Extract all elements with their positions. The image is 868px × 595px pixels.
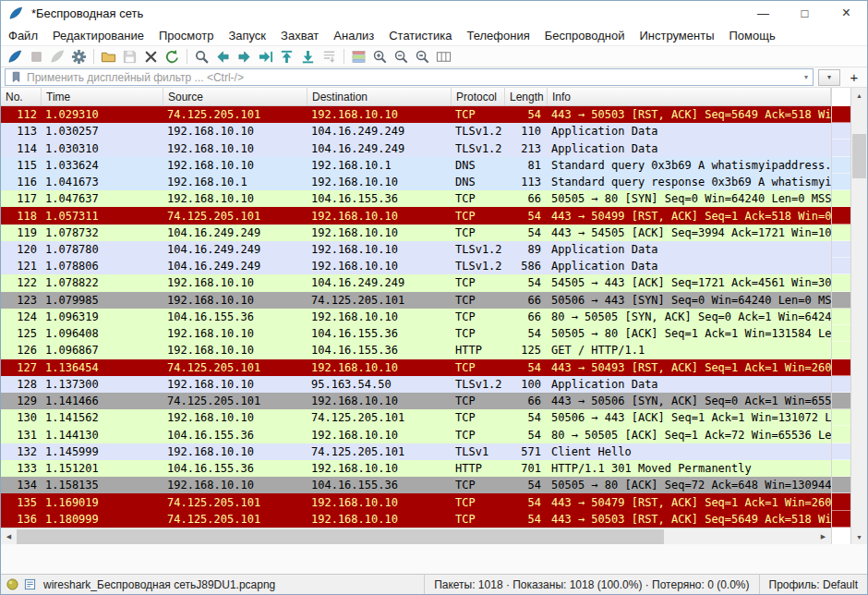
menu-item-2[interactable]: Редактирование — [45, 29, 151, 42]
cell-time: 1.136454 — [42, 359, 163, 376]
find-packet-icon[interactable] — [191, 47, 212, 67]
packet-row[interactable]: 1361.18099974.125.205.101192.168.10.10TC… — [1, 511, 831, 528]
column-header-time[interactable]: Time — [42, 88, 163, 105]
go-to-packet-icon[interactable] — [255, 47, 276, 67]
menu-item-11[interactable]: Помощь — [722, 29, 783, 42]
scroll-down-arrow-icon[interactable]: ▼ — [851, 529, 867, 544]
horizontal-scroll-thumb[interactable] — [17, 529, 664, 544]
minimize-button[interactable]: — — [742, 1, 784, 25]
open-file-icon[interactable] — [98, 47, 119, 67]
packet-row[interactable]: 1321.145999192.168.10.1074.125.205.101TL… — [1, 443, 831, 460]
cell-time: 1.029310 — [42, 106, 163, 123]
packet-row[interactable]: 1211.078806104.16.249.249192.168.10.10TL… — [1, 258, 831, 274]
menu-item-3[interactable]: Просмотр — [151, 29, 221, 42]
cell-source: 192.168.10.10 — [163, 443, 307, 460]
menu-item-8[interactable]: Телефония — [459, 29, 536, 42]
close-file-icon[interactable] — [140, 47, 162, 67]
menu-item-6[interactable]: Анализ — [326, 29, 381, 42]
display-filter-field[interactable]: ▾ — [5, 68, 814, 86]
cell-info: Application Data — [548, 123, 831, 140]
cell-destination: 192.168.10.10 — [307, 426, 452, 443]
packet-row[interactable]: 1301.141562192.168.10.1074.125.205.101TC… — [1, 409, 831, 426]
cell-time: 1.141562 — [42, 409, 163, 426]
horizontal-scrollbar[interactable]: ◀ ▶ — [1, 528, 831, 544]
packet-row[interactable]: 1141.030310192.168.10.10104.16.249.249TL… — [1, 140, 831, 156]
menu-item-4[interactable]: Запуск — [221, 29, 273, 42]
column-header-protocol[interactable]: Protocol — [452, 88, 505, 105]
column-header-no[interactable]: No. — [1, 88, 42, 105]
packet-row[interactable]: 1131.030257192.168.10.10104.16.249.249TL… — [1, 123, 831, 140]
window-title: *Беспроводная сеть — [31, 6, 143, 20]
scroll-up-arrow-icon[interactable]: ▲ — [851, 88, 867, 103]
go-last-icon[interactable] — [297, 47, 319, 67]
packet-row[interactable]: 1121.02931074.125.205.101192.168.10.10TC… — [1, 106, 831, 123]
packet-row[interactable]: 1271.13645474.125.205.101192.168.10.10TC… — [1, 359, 831, 376]
cell-protocol: TLSv1.2 — [452, 376, 505, 393]
expert-info-icon[interactable] — [6, 578, 18, 590]
zoom-in-icon[interactable] — [369, 47, 391, 67]
filter-bookmark-icon[interactable] — [10, 71, 22, 83]
packet-row[interactable]: 1231.079985192.168.10.1074.125.205.101TC… — [1, 292, 831, 309]
wireshark-logo-icon — [8, 6, 24, 21]
column-header-length[interactable]: Length — [505, 88, 548, 105]
menu-item-10[interactable]: Инструменты — [632, 29, 721, 42]
capture-comment-icon[interactable] — [24, 578, 36, 590]
maximize-button[interactable]: □ — [784, 1, 826, 25]
menu-item-7[interactable]: Статистика — [381, 29, 459, 42]
capture-options-icon[interactable] — [68, 47, 90, 67]
detail-pane-placeholder — [1, 544, 867, 574]
vertical-scroll-thumb[interactable] — [852, 134, 866, 178]
vertical-scrollbar[interactable]: ▲ ▼ — [851, 88, 867, 544]
menu-item-5[interactable]: Захват — [273, 29, 326, 42]
menu-item-9[interactable]: Беспроводной — [537, 29, 633, 42]
packet-row[interactable]: 1161.041673192.168.10.1192.168.10.10DNS1… — [1, 174, 831, 190]
close-button[interactable]: × — [826, 1, 867, 25]
go-back-icon[interactable] — [212, 47, 234, 67]
vertical-scroll-track[interactable] — [851, 103, 867, 529]
cell-no: 113 — [1, 123, 42, 140]
profile-selector[interactable]: Профиль: Default — [759, 575, 868, 594]
cell-info: 54505 → 443 [ACK] Seq=1721 Ack=4561 Win=… — [548, 274, 831, 291]
filter-dropdown-icon[interactable]: ▾ — [804, 73, 808, 81]
horizontal-scroll-track[interactable] — [17, 528, 815, 544]
packet-row[interactable]: 1331.151201104.16.155.36192.168.10.10HTT… — [1, 460, 831, 477]
cell-length: 66 — [505, 393, 548, 409]
packet-row[interactable]: 1151.033624192.168.10.10192.168.10.1DNS8… — [1, 157, 831, 174]
go-forward-icon[interactable] — [234, 47, 255, 67]
packet-row[interactable]: 1311.144130104.16.155.36192.168.10.10TCP… — [1, 426, 831, 443]
packet-row[interactable]: 1191.078732104.16.249.249192.168.10.10TC… — [1, 225, 831, 241]
reload-file-icon[interactable] — [162, 47, 183, 67]
packet-row[interactable]: 1351.16901974.125.205.101192.168.10.10TC… — [1, 493, 831, 510]
packet-row[interactable]: 1261.096867192.168.10.10104.16.155.36HTT… — [1, 342, 831, 358]
scroll-right-arrow-icon[interactable]: ▶ — [815, 528, 831, 544]
packet-row[interactable]: 1281.137300192.168.10.1095.163.54.50TLSv… — [1, 376, 831, 393]
colorize-icon[interactable] — [348, 47, 369, 67]
packet-row[interactable]: 1341.158135192.168.10.10104.16.155.36TCP… — [1, 477, 831, 493]
column-header-source[interactable]: Source — [163, 88, 307, 105]
packet-list-area: No.TimeSourceDestinationProtocolLengthIn… — [1, 88, 867, 544]
display-filter-input[interactable] — [27, 71, 800, 84]
packet-row[interactable]: 1251.096408192.168.10.10104.16.155.36TCP… — [1, 325, 831, 342]
start-capture-icon[interactable] — [5, 47, 26, 67]
scroll-left-arrow-icon[interactable]: ◀ — [1, 528, 17, 544]
cell-destination: 192.168.10.10 — [307, 393, 452, 409]
go-first-icon[interactable] — [276, 47, 297, 67]
resize-columns-icon[interactable] — [433, 47, 454, 67]
packet-row[interactable]: 1221.078822192.168.10.10104.16.249.249TC… — [1, 274, 831, 291]
column-header-info[interactable]: Info — [548, 88, 831, 105]
zoom-out-icon[interactable] — [391, 47, 412, 67]
packet-minimap[interactable] — [831, 88, 851, 544]
filter-add-button[interactable]: + — [845, 69, 863, 86]
packet-row[interactable]: 1241.096319104.16.155.36192.168.10.10TCP… — [1, 309, 831, 325]
column-header-destination[interactable]: Destination — [307, 88, 452, 105]
cell-protocol: DNS — [452, 157, 505, 174]
packet-row[interactable]: 1291.14146674.125.205.101192.168.10.10TC… — [1, 393, 831, 409]
zoom-reset-icon[interactable] — [412, 47, 433, 67]
cell-length: 54 — [505, 225, 548, 241]
packet-row[interactable]: 1171.047637192.168.10.10104.16.155.36TCP… — [1, 190, 831, 207]
packet-row[interactable]: 1181.05731174.125.205.101192.168.10.10TC… — [1, 207, 831, 224]
packet-row[interactable]: 1201.078780104.16.249.249192.168.10.10TL… — [1, 241, 831, 258]
window-controls: — □ × — [742, 1, 867, 25]
menu-item-1[interactable]: Файл — [1, 29, 45, 42]
filter-expression-combo[interactable]: ▾ — [818, 69, 840, 86]
